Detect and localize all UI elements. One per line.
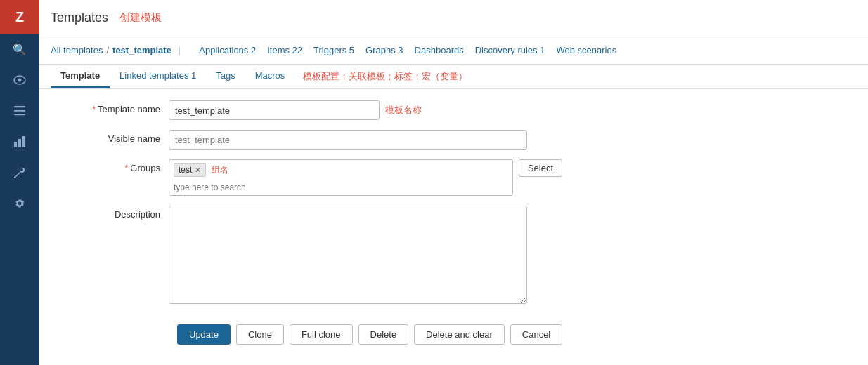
page-title: Templates <box>51 11 108 25</box>
nav-items[interactable]: Items 22 <box>267 42 302 58</box>
svg-rect-4 <box>14 114 25 115</box>
groups-label: *Groups <box>56 159 169 173</box>
nav-dashboards[interactable]: Dashboards <box>415 42 464 58</box>
logo[interactable]: Z <box>0 0 39 34</box>
top-bar: Templates 创建模板 <box>39 0 868 36</box>
svg-point-1 <box>18 79 22 82</box>
template-name-row: *Template name 模板名称 <box>56 100 851 120</box>
template-name-control: 模板名称 <box>169 100 527 120</box>
gear-icon[interactable] <box>0 188 39 219</box>
all-templates-link[interactable]: All templates <box>51 45 103 55</box>
description-control <box>169 206 527 306</box>
svg-rect-6 <box>18 139 21 147</box>
tab-hint: 模板配置；关联模板；标签；宏（变量） <box>303 70 467 83</box>
svg-rect-2 <box>14 106 25 107</box>
nav-applications[interactable]: Applications 2 <box>199 42 256 58</box>
visible-name-label: Visible name <box>56 130 169 144</box>
svg-rect-3 <box>14 110 25 112</box>
tab-linked[interactable]: Linked templates 1 <box>110 65 206 88</box>
cancel-button[interactable]: Cancel <box>510 324 562 345</box>
eye-icon[interactable] <box>0 65 39 95</box>
update-button[interactable]: Update <box>177 324 231 345</box>
visible-name-input[interactable] <box>169 130 527 150</box>
select-button[interactable]: Select <box>519 159 562 177</box>
group-tag-test: test ✕ <box>174 163 206 177</box>
action-buttons: Update Clone Full clone Delete Delete an… <box>56 316 851 345</box>
visible-name-row: Visible name <box>56 130 851 150</box>
nav-triggers[interactable]: Triggers 5 <box>313 42 354 58</box>
description-row: Description <box>56 206 851 306</box>
nav-tabs: Applications 2 Items 22 Triggers 5 Graph… <box>188 42 628 58</box>
description-input[interactable] <box>169 206 527 304</box>
groups-input-area[interactable]: test ✕ 组名 <box>169 159 513 196</box>
clone-button[interactable]: Clone <box>236 324 284 345</box>
svg-rect-7 <box>22 136 25 147</box>
breadcrumb-nav: All templates / test_template | Applicat… <box>39 36 868 65</box>
groups-field: test ✕ 组名 Select <box>169 159 562 196</box>
sidebar: Z 🔍 <box>0 0 39 365</box>
group-tag-remove[interactable]: ✕ <box>195 166 201 175</box>
delete-and-clear-button[interactable]: Delete and clear <box>414 324 505 345</box>
groups-row: *Groups test ✕ 组名 Select <box>56 159 851 196</box>
template-name-label: *Template name <box>56 100 169 114</box>
groups-hint: 组名 <box>209 163 231 178</box>
breadcrumb-separator: / <box>106 45 109 55</box>
visible-name-control <box>169 130 527 150</box>
nav-graphs[interactable]: Graphs 3 <box>365 42 403 58</box>
delete-button[interactable]: Delete <box>358 324 409 345</box>
form-area: *Template name 模板名称 Visible name *Groups <box>39 89 868 365</box>
create-action: 创建模板 <box>119 11 162 25</box>
description-label: Description <box>56 206 169 220</box>
groups-required-star: * <box>124 163 128 173</box>
tab-tags[interactable]: Tags <box>206 65 245 88</box>
groups-search-row <box>174 182 508 192</box>
list-icon[interactable] <box>0 95 39 126</box>
tab-bar: Template Linked templates 1 Tags Macros … <box>39 65 868 89</box>
search-icon[interactable]: 🔍 <box>0 34 39 65</box>
nav-web[interactable]: Web scenarios <box>556 42 616 58</box>
tab-template[interactable]: Template <box>51 65 110 88</box>
svg-rect-5 <box>14 142 17 147</box>
nav-discovery[interactable]: Discovery rules 1 <box>475 42 545 58</box>
main-content: Templates 创建模板 All templates / test_temp… <box>39 0 868 365</box>
chart-icon[interactable] <box>0 126 39 157</box>
required-star: * <box>92 104 96 114</box>
tab-macros[interactable]: Macros <box>245 65 295 88</box>
group-tag-label: test <box>179 165 192 175</box>
template-name-hint: 模板名称 <box>385 104 422 117</box>
groups-search-input[interactable] <box>174 182 314 192</box>
breadcrumb-current: test_template <box>112 45 171 55</box>
full-clone-button[interactable]: Full clone <box>290 324 353 345</box>
wrench-icon[interactable] <box>0 157 39 188</box>
template-name-input[interactable] <box>169 100 380 120</box>
